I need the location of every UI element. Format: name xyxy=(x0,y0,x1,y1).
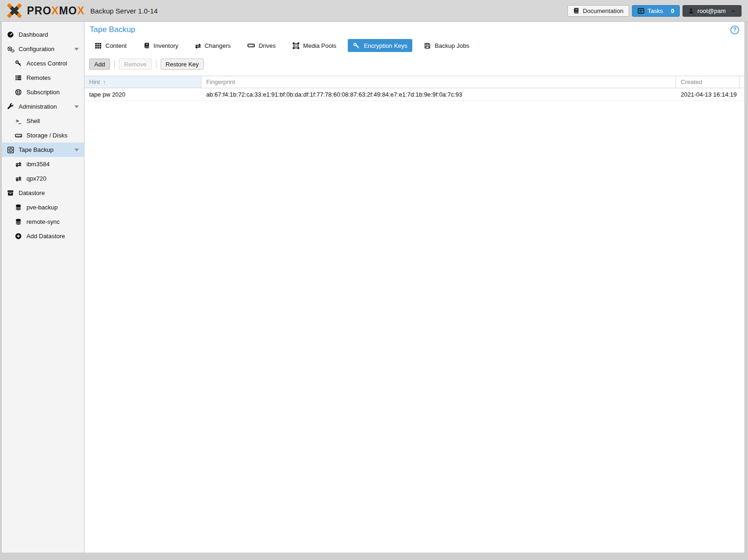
help-icon[interactable]: ? xyxy=(730,26,739,34)
sidebar-item-shell[interactable]: >_ Shell xyxy=(2,114,84,128)
sidebar-item-ibm3584[interactable]: ⇄ ibm3584 xyxy=(2,157,84,171)
book-icon xyxy=(143,42,150,49)
toolbar-separator xyxy=(114,60,115,68)
grid-icon xyxy=(95,42,102,49)
chevron-down-icon xyxy=(731,8,736,13)
sidebar-item-label: qpx720 xyxy=(26,175,46,182)
top-bar: PROXMOX Backup Server 1.0-14 Documentati… xyxy=(0,0,748,22)
tab-content[interactable]: Content xyxy=(90,39,132,52)
tab-changers[interactable]: ⇄ Changers xyxy=(190,39,236,52)
remove-button[interactable]: Remove xyxy=(119,59,151,70)
tab-label: Media Pools xyxy=(303,42,337,49)
book-icon xyxy=(573,7,579,14)
documentation-button[interactable]: Documentation xyxy=(567,5,629,17)
encryption-keys-table: Hint ↑ Fingerprint Created tape pw 2020 … xyxy=(85,76,744,101)
sidebar-item-subscription[interactable]: Subscription xyxy=(2,85,84,99)
exchange-icon: ⇄ xyxy=(14,175,22,182)
collapse-arrow-icon[interactable] xyxy=(74,149,79,151)
object-group-icon xyxy=(293,42,299,49)
sidebar-item-add-datastore[interactable]: Add Datastore xyxy=(2,229,84,243)
toolbar-separator xyxy=(156,60,156,68)
database-icon xyxy=(14,218,22,225)
exchange-icon: ⇄ xyxy=(14,161,22,168)
tab-backup-jobs[interactable]: Backup Jobs xyxy=(419,39,474,52)
add-button[interactable]: Add xyxy=(89,59,110,70)
tab-label: Changers xyxy=(205,42,231,49)
tape-icon xyxy=(7,146,14,154)
sidebar-item-storage-disks[interactable]: Storage / Disks xyxy=(2,128,84,143)
sidebar-item-label: Dashboard xyxy=(19,31,48,38)
user-menu-button[interactable]: root@pam xyxy=(683,5,741,17)
collapse-arrow-icon[interactable] xyxy=(74,105,79,108)
cell-created: 2021-04-13 16:14:19 xyxy=(676,91,740,98)
column-header-hint[interactable]: Hint ↑ xyxy=(85,76,202,88)
sidebar-item-pve-backup[interactable]: pve-backup xyxy=(2,200,84,215)
sidebar: Dashboard Configuration Access Control R… xyxy=(2,22,85,553)
plus-circle-icon xyxy=(14,233,22,240)
tab-label: Drives xyxy=(259,42,276,49)
wrench-icon xyxy=(7,103,14,110)
hdd-icon xyxy=(247,42,255,49)
tab-bar: Content Inventory ⇄ Changers Drives xyxy=(85,39,744,52)
documentation-label: Documentation xyxy=(583,7,623,14)
proxmox-logo: PROXMOX xyxy=(5,3,85,19)
archive-box-icon xyxy=(7,189,14,196)
life-ring-icon xyxy=(14,89,22,96)
tasks-label: Tasks xyxy=(648,7,663,14)
sidebar-item-remote-sync[interactable]: remote-sync xyxy=(2,215,84,229)
column-header-fingerprint[interactable]: Fingerprint xyxy=(202,76,676,88)
sidebar-item-label: Datastore xyxy=(19,189,45,196)
tasks-button[interactable]: Tasks 0 xyxy=(632,5,680,17)
cell-hint: tape pw 2020 xyxy=(85,91,202,98)
toolbar: Add Remove Restore Key xyxy=(85,59,744,70)
sidebar-item-access-control[interactable]: Access Control xyxy=(2,56,84,71)
tab-drives[interactable]: Drives xyxy=(242,39,281,52)
sidebar-item-label: Subscription xyxy=(26,89,60,96)
tab-encryption-keys[interactable]: Encryption Keys xyxy=(348,39,412,52)
sidebar-item-label: pve-backup xyxy=(26,204,58,211)
save-icon xyxy=(424,42,431,49)
proxmox-x-icon xyxy=(5,3,24,19)
sidebar-item-label: Storage / Disks xyxy=(26,132,67,139)
user-icon xyxy=(688,8,694,14)
user-label: root@pam xyxy=(697,7,726,14)
sidebar-item-label: Shell xyxy=(26,117,40,124)
sidebar-item-label: remote-sync xyxy=(26,218,60,225)
encryption-key-row[interactable]: tape pw 2020 ab:67:f4:1b:72:ca:33:e1:91:… xyxy=(85,88,744,101)
sidebar-item-label: Add Datastore xyxy=(26,233,65,240)
tab-media-pools[interactable]: Media Pools xyxy=(287,39,342,52)
tab-inventory[interactable]: Inventory xyxy=(138,39,183,52)
table-header: Hint ↑ Fingerprint Created xyxy=(85,76,744,88)
gears-icon xyxy=(7,46,14,53)
sidebar-item-label: ibm3584 xyxy=(26,161,50,168)
sidebar-item-tape-backup[interactable]: Tape Backup xyxy=(2,143,84,157)
exchange-icon: ⇄ xyxy=(195,42,201,49)
tab-label: Inventory xyxy=(154,42,178,49)
page-title: Tape Backup xyxy=(90,25,135,34)
proxmox-wordmark: PROXMOX xyxy=(27,6,85,16)
sidebar-item-datastore[interactable]: Datastore xyxy=(2,186,84,200)
restore-key-button[interactable]: Restore Key xyxy=(161,59,204,70)
content-panel: Tape Backup ? Content Inventory ⇄ Change… xyxy=(85,22,744,553)
sidebar-item-label: Tape Backup xyxy=(19,146,53,153)
sidebar-item-label: Remotes xyxy=(26,74,51,81)
sidebar-item-label: Configuration xyxy=(19,46,54,52)
tab-label: Content xyxy=(105,42,127,49)
tab-label: Encryption Keys xyxy=(364,42,407,49)
sidebar-item-qpx720[interactable]: ⇄ qpx720 xyxy=(2,171,84,186)
sidebar-item-administration[interactable]: Administration xyxy=(2,99,84,114)
sidebar-item-remotes[interactable]: Remotes xyxy=(2,71,84,85)
sidebar-item-dashboard[interactable]: Dashboard xyxy=(2,27,84,42)
sidebar-item-configuration[interactable]: Configuration xyxy=(2,42,84,56)
terminal-icon: >_ xyxy=(14,118,22,124)
column-header-created[interactable]: Created xyxy=(676,76,740,88)
hdd-icon xyxy=(14,132,22,139)
sidebar-item-label: Access Control xyxy=(26,60,67,67)
collapse-arrow-icon[interactable] xyxy=(74,48,79,51)
tasks-count-badge: 0 xyxy=(671,7,674,14)
sidebar-item-label: Administration xyxy=(19,103,57,110)
database-icon xyxy=(14,204,22,211)
sort-up-icon: ↑ xyxy=(103,78,106,86)
tab-label: Backup Jobs xyxy=(435,42,469,49)
task-list-icon xyxy=(637,7,644,14)
